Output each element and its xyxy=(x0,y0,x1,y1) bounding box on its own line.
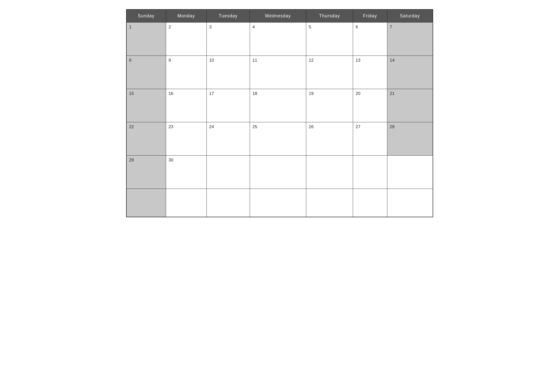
day-number: 28 xyxy=(390,124,430,129)
day-number: 22 xyxy=(129,124,163,129)
calendar-cell: 26 xyxy=(306,122,353,156)
week-row-3: 15161718192021 xyxy=(126,89,433,122)
day-number: 17 xyxy=(209,91,247,96)
calendar-cell: 21 xyxy=(387,89,433,122)
calendar-container: SundayMondayTuesdayWednesdayThursdayFrid… xyxy=(126,5,433,217)
day-number: 29 xyxy=(129,158,163,163)
calendar-cell: 27 xyxy=(353,122,387,156)
day-number: 1 xyxy=(129,25,163,30)
week-row-2: 891011121314 xyxy=(126,56,433,89)
calendar-cell: 9 xyxy=(166,56,206,89)
day-header-tuesday: Tuesday xyxy=(206,9,250,23)
week-row-5: 2930 xyxy=(126,156,433,189)
calendar-cell xyxy=(250,156,306,189)
calendar-cell: 20 xyxy=(353,89,387,122)
day-header-monday: Monday xyxy=(166,9,206,23)
calendar-cell: 22 xyxy=(126,122,166,156)
calendar-cell: 23 xyxy=(166,122,206,156)
calendar-cell xyxy=(387,156,433,189)
day-number: 10 xyxy=(209,58,247,63)
calendar-cell: 4 xyxy=(250,23,306,56)
day-number: 3 xyxy=(209,25,247,30)
calendar-cell xyxy=(353,156,387,189)
day-number: 19 xyxy=(309,91,350,96)
calendar-cell: 11 xyxy=(250,56,306,89)
calendar-cell: 8 xyxy=(126,56,166,89)
day-number: 23 xyxy=(169,124,204,129)
calendar-cell: 5 xyxy=(306,23,353,56)
calendar-cell: 17 xyxy=(206,89,250,122)
calendar-cell: 25 xyxy=(250,122,306,156)
day-number: 6 xyxy=(356,25,385,30)
day-number: 12 xyxy=(309,58,350,63)
calendar-cell xyxy=(126,189,166,217)
week-row-4: 22232425262728 xyxy=(126,122,433,156)
day-number: 14 xyxy=(390,58,430,63)
calendar-cell xyxy=(206,156,250,189)
calendar-cell: 6 xyxy=(353,23,387,56)
day-number: 26 xyxy=(309,124,350,129)
calendar-cell: 7 xyxy=(387,23,433,56)
day-header-saturday: Saturday xyxy=(387,9,433,23)
calendar-cell: 15 xyxy=(126,89,166,122)
calendar-cell: 14 xyxy=(387,56,433,89)
day-number: 9 xyxy=(169,58,204,63)
week-row-6 xyxy=(126,189,433,217)
day-number: 8 xyxy=(129,58,163,63)
calendar-cell: 10 xyxy=(206,56,250,89)
calendar-cell: 28 xyxy=(387,122,433,156)
day-header-thursday: Thursday xyxy=(306,9,353,23)
day-number: 5 xyxy=(309,25,350,30)
calendar-cell: 2 xyxy=(166,23,206,56)
calendar-cell xyxy=(206,189,250,217)
day-number: 20 xyxy=(356,91,385,96)
day-headers-row: SundayMondayTuesdayWednesdayThursdayFrid… xyxy=(126,9,433,23)
day-number: 27 xyxy=(356,124,385,129)
calendar-cell: 16 xyxy=(166,89,206,122)
week-row-1: 1234567 xyxy=(126,23,433,56)
day-number: 30 xyxy=(169,158,204,163)
calendar-cell xyxy=(166,189,206,217)
calendar-cell: 1 xyxy=(126,23,166,56)
calendar-cell: 13 xyxy=(353,56,387,89)
day-number: 11 xyxy=(253,58,303,63)
calendar-cell xyxy=(306,189,353,217)
day-number: 7 xyxy=(390,25,430,30)
day-number: 13 xyxy=(356,58,385,63)
calendar-cell: 12 xyxy=(306,56,353,89)
day-number: 21 xyxy=(390,91,430,96)
calendar-cell: 24 xyxy=(206,122,250,156)
day-number: 2 xyxy=(169,25,204,30)
calendar-cell xyxy=(250,189,306,217)
day-number: 25 xyxy=(253,124,303,129)
calendar-cell: 19 xyxy=(306,89,353,122)
calendar-cell xyxy=(387,189,433,217)
day-number: 24 xyxy=(209,124,247,129)
day-header-sunday: Sunday xyxy=(126,9,166,23)
day-number: 18 xyxy=(253,91,303,96)
day-header-friday: Friday xyxy=(353,9,387,23)
calendar-cell xyxy=(353,189,387,217)
calendar-cell: 18 xyxy=(250,89,306,122)
day-number: 4 xyxy=(253,25,303,30)
calendar-cell: 29 xyxy=(126,156,166,189)
calendar-cell: 30 xyxy=(166,156,206,189)
day-number: 16 xyxy=(169,91,204,96)
calendar-cell: 3 xyxy=(206,23,250,56)
day-header-wednesday: Wednesday xyxy=(250,9,306,23)
calendar-cell xyxy=(306,156,353,189)
day-number: 15 xyxy=(129,91,163,96)
calendar-table: SundayMondayTuesdayWednesdayThursdayFrid… xyxy=(126,9,433,217)
